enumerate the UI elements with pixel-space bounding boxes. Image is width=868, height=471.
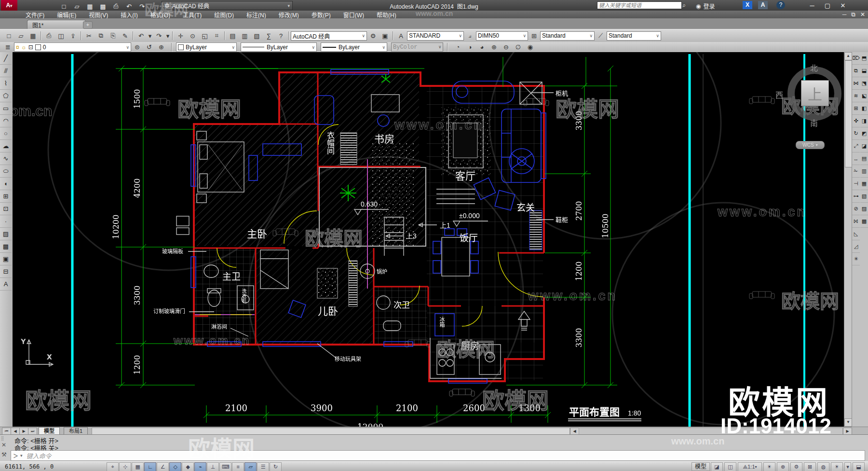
- dim-style-icon[interactable]: ⟓: [464, 30, 476, 41]
- break-point-icon[interactable]: ⊶: [852, 190, 860, 203]
- break-icon[interactable]: ⊘: [852, 203, 860, 215]
- table-style-dropdown[interactable]: Standard∨: [540, 31, 595, 41]
- search-input[interactable]: [597, 1, 682, 9]
- new-tab-button[interactable]: +: [83, 21, 93, 29]
- region-icon[interactable]: ▣: [0, 253, 12, 265]
- new-icon[interactable]: □: [3, 30, 15, 41]
- quickview-drawings-icon[interactable]: ◫: [724, 462, 736, 471]
- tool8-icon[interactable]: ▧: [860, 190, 868, 203]
- construction-line-icon[interactable]: ⫻: [0, 65, 12, 77]
- scroll-down-button[interactable]: ▼: [844, 418, 852, 427]
- vp-clip-icon[interactable]: ∅: [512, 42, 524, 53]
- draworder-under-icon[interactable]: ⬕: [860, 90, 868, 102]
- designcenter-icon[interactable]: ▥: [239, 30, 251, 41]
- plot-icon[interactable]: ⎙: [43, 30, 55, 41]
- clean-screen-icon[interactable]: ⬓: [853, 462, 865, 471]
- tool7-icon[interactable]: ▦: [860, 178, 868, 190]
- mtext-icon[interactable]: A: [0, 278, 12, 291]
- table-icon[interactable]: ⊟: [0, 265, 12, 278]
- mirror-icon[interactable]: ⋈: [852, 77, 860, 90]
- toolbar-lock-icon[interactable]: ⊠: [804, 462, 816, 471]
- copy-icon[interactable]: ⧉: [852, 65, 860, 77]
- wcs-menu[interactable]: WCS▾: [796, 141, 825, 149]
- dim-style-dropdown[interactable]: DIMN50∨: [476, 31, 528, 41]
- workspace-switcher[interactable]: ⚙ AutoCAD 经典 ▾: [162, 1, 293, 10]
- publish-icon[interactable]: ⇪: [67, 30, 79, 41]
- undo-caret[interactable]: ▾: [147, 30, 153, 41]
- named-views-icon[interactable]: ◔: [452, 42, 464, 53]
- grid-icon[interactable]: ▦: [132, 462, 144, 471]
- gradient-icon[interactable]: ▩: [0, 240, 12, 253]
- tool1-icon[interactable]: ◧: [860, 102, 868, 115]
- line-icon[interactable]: ╱: [0, 52, 12, 65]
- help-icon[interactable]: ?: [275, 30, 287, 41]
- search-icon[interactable]: ⌕: [682, 1, 686, 9]
- menu-dimension[interactable]: 标注(N): [240, 11, 272, 19]
- redo-icon[interactable]: ↷: [153, 30, 165, 41]
- layer-dropdown[interactable]: ¤ ☼ ⊡ 0 ∨: [14, 42, 131, 52]
- annotation-scale-button[interactable]: ⟁1:1▾: [738, 462, 762, 471]
- cmd-close-icon[interactable]: ✕: [1, 442, 6, 448]
- doc-minimize-button[interactable]: ─: [842, 11, 847, 18]
- menu-modify[interactable]: 修改(M): [272, 11, 305, 19]
- rotate-icon[interactable]: ↻: [852, 127, 860, 140]
- sc-icon[interactable]: ↻: [270, 462, 282, 471]
- save-icon[interactable]: ▦: [27, 30, 39, 41]
- point-icon[interactable]: ·: [0, 215, 12, 228]
- draworder-above-icon[interactable]: ⬔: [860, 77, 868, 90]
- tool5-icon[interactable]: ▤: [860, 152, 868, 165]
- move-icon[interactable]: ✜: [852, 115, 860, 127]
- doc-close-button[interactable]: ✕: [860, 11, 865, 18]
- mleader-style-dropdown[interactable]: Standard∨: [607, 31, 661, 41]
- linetype-dropdown[interactable]: ByLayer∨: [241, 42, 317, 52]
- chamfer-icon[interactable]: ◺: [852, 228, 860, 240]
- performance-icon[interactable]: ◍: [817, 462, 829, 471]
- viewcube-top-face[interactable]: 上: [801, 80, 829, 106]
- maximize-button[interactable]: ▢: [820, 0, 835, 11]
- lwt-icon[interactable]: ≡: [232, 462, 244, 471]
- menu-insert[interactable]: 插入(I): [114, 11, 144, 19]
- menu-parametric[interactable]: 参数(P): [305, 11, 337, 19]
- layer-prev-icon[interactable]: ↺: [143, 42, 155, 53]
- otrack-icon[interactable]: ⌁: [194, 462, 206, 471]
- exchange-apps-icon[interactable]: X: [743, 1, 752, 9]
- menu-window[interactable]: 窗口(W): [337, 11, 370, 19]
- table-style-icon[interactable]: ⊞: [528, 30, 540, 41]
- autocad-logo[interactable]: A▾: [1, 0, 17, 11]
- array-icon[interactable]: ⊞: [852, 102, 860, 115]
- layer-properties-icon[interactable]: ≣: [2, 42, 14, 53]
- close-button[interactable]: ✕: [835, 0, 851, 11]
- erase-icon[interactable]: ⌦: [852, 52, 860, 65]
- menu-edit[interactable]: 编辑(E): [51, 11, 82, 19]
- menu-format[interactable]: 格式(O): [144, 11, 176, 19]
- scroll-up-button[interactable]: ▲: [844, 52, 852, 60]
- menu-draw[interactable]: 绘图(D): [208, 11, 240, 19]
- matchprop-icon[interactable]: ✎: [119, 30, 131, 41]
- tool6-icon[interactable]: ▥: [860, 165, 868, 178]
- draworder-back-icon[interactable]: ⬓: [860, 65, 868, 77]
- vp-convert-icon[interactable]: ◉: [524, 42, 536, 53]
- zoom-realtime-icon[interactable]: ⊙: [187, 30, 199, 41]
- help-icon[interactable]: ?: [776, 1, 785, 9]
- tool2-icon[interactable]: ◨: [860, 115, 868, 127]
- trim-icon[interactable]: ✁: [852, 165, 860, 178]
- snap-icon[interactable]: ⊹: [119, 462, 131, 471]
- stretch-icon[interactable]: ↔: [852, 152, 860, 165]
- mleader-style-icon[interactable]: ⟋: [595, 30, 607, 41]
- workspace-save-icon[interactable]: ▣: [379, 30, 391, 41]
- menu-help[interactable]: 帮助(H): [370, 11, 403, 19]
- drawing-canvas[interactable]: 1500 4200 3300 1200 10200 3300 2700 1200…: [13, 52, 844, 427]
- preview-icon[interactable]: ◫: [55, 30, 67, 41]
- zoom-previous-icon[interactable]: ⌗: [211, 30, 223, 41]
- polar-icon[interactable]: ∠: [157, 462, 169, 471]
- vp-sub-icon[interactable]: ⊖: [500, 42, 512, 53]
- open-icon[interactable]: ▱: [15, 30, 27, 41]
- copy-icon[interactable]: ⧉: [95, 30, 107, 41]
- cmd-tools-icon[interactable]: ⚒: [1, 451, 7, 458]
- fillet-icon[interactable]: ◿: [852, 240, 860, 253]
- model-space-button[interactable]: 模型: [692, 462, 710, 471]
- zoom-window-icon[interactable]: ◱: [199, 30, 211, 41]
- hatch-icon[interactable]: ▨: [0, 228, 12, 240]
- lineweight-dropdown[interactable]: ByLayer∨: [321, 42, 387, 52]
- rectangle-icon[interactable]: ▭: [0, 102, 12, 115]
